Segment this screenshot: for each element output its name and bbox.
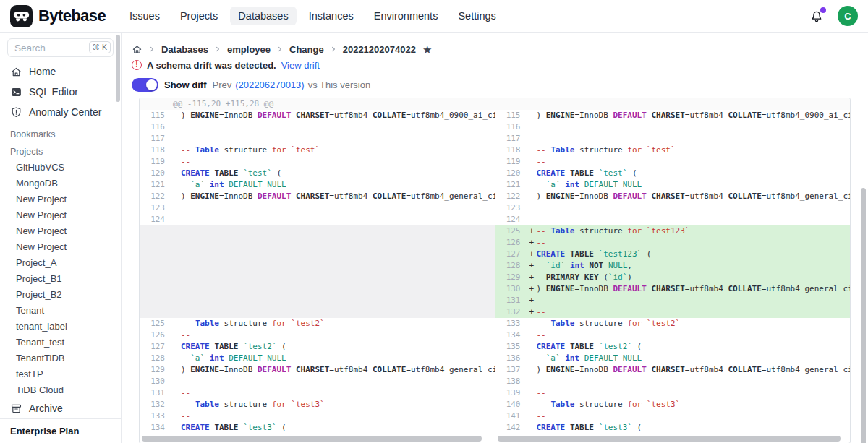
diff-marker xyxy=(527,318,537,330)
scrollbar-thumb[interactable] xyxy=(142,436,482,442)
project-item[interactable]: testTP xyxy=(0,366,121,382)
diff-row: 120CREATE TABLE `test` ( xyxy=(495,168,851,179)
sidebar-item-label: Anomaly Center xyxy=(29,106,101,118)
breadcrumb-item[interactable]: Databases xyxy=(161,44,208,55)
sidebar-item-home[interactable]: Home xyxy=(0,61,121,82)
project-item[interactable]: Project_B2 xyxy=(0,287,121,303)
notification-bell[interactable] xyxy=(809,8,825,24)
terminal-icon xyxy=(10,86,22,98)
project-item[interactable]: GitHubVCS xyxy=(0,160,121,176)
view-drift-link[interactable]: View drift xyxy=(281,60,320,71)
line-number: 132 xyxy=(140,399,171,410)
diff-row: 115) ENGINE=InnoDB DEFAULT CHARSET=utf8m… xyxy=(140,110,495,121)
bookmarks-section-label: Bookmarks xyxy=(0,122,121,142)
code-line: -- xyxy=(537,214,851,225)
line-number xyxy=(140,249,171,260)
user-avatar[interactable]: C xyxy=(838,6,858,26)
code-line xyxy=(181,225,495,237)
diff-marker xyxy=(171,283,181,295)
diff-panel: @@ -115,20 +115,28 @@ 115) ENGINE=InnoDB… xyxy=(139,98,851,443)
diff-marker xyxy=(171,110,181,121)
nav-item-environments[interactable]: Environments xyxy=(366,7,446,25)
breadcrumb-item[interactable]: Change xyxy=(289,44,324,55)
line-number: 134 xyxy=(140,422,171,434)
diff-marker xyxy=(171,225,181,237)
line-number: 124 xyxy=(140,214,171,225)
sidebar-item-anomaly-center[interactable]: Anomaly Center xyxy=(0,102,121,122)
project-item[interactable]: tenant_label xyxy=(0,319,121,335)
nav-item-projects[interactable]: Projects xyxy=(172,7,226,25)
sidebar-item-label: Archive xyxy=(29,403,63,414)
line-number: 122 xyxy=(140,191,171,202)
line-number: 116 xyxy=(495,121,527,133)
alert-icon: ! xyxy=(132,60,142,70)
diff-marker xyxy=(171,422,181,434)
code-line: -- xyxy=(181,330,495,341)
diff-row: 142CREATE TABLE `test3` ( xyxy=(495,422,851,434)
diff-marker xyxy=(527,110,537,121)
diff-marker xyxy=(527,214,537,225)
code-line: CREATE TABLE `test` ( xyxy=(537,168,851,179)
nav-item-databases[interactable]: Databases xyxy=(230,7,296,25)
diff-row: 128 `a` int DEFAULT NULL xyxy=(140,353,495,364)
prev-label: Prev xyxy=(213,79,232,90)
line-number: 119 xyxy=(140,156,171,168)
project-item[interactable]: MongoDB xyxy=(0,176,121,192)
line-number: 117 xyxy=(140,133,171,145)
project-item[interactable]: Tenant xyxy=(0,303,121,319)
project-item[interactable]: Project_B1 xyxy=(0,271,121,287)
sidebar-item-sql-editor[interactable]: SQL Editor xyxy=(0,82,121,102)
bytebase-logo[interactable]: Bytebase xyxy=(10,5,106,27)
breadcrumb-home-icon[interactable] xyxy=(132,44,142,55)
project-item[interactable]: New Project xyxy=(0,207,121,223)
diff-row: 137) ENGINE=InnoDB DEFAULT CHARSET=utf8m… xyxy=(495,364,851,376)
nav-item-issues[interactable]: Issues xyxy=(122,7,168,25)
project-item[interactable]: New Project xyxy=(0,239,121,255)
nav-item-settings[interactable]: Settings xyxy=(450,7,503,25)
line-number xyxy=(140,225,171,237)
diff-marker: + xyxy=(527,249,537,260)
show-diff-toggle[interactable] xyxy=(132,78,158,92)
diff-marker xyxy=(527,156,537,168)
code-line: ) ENGINE=InnoDB DEFAULT CHARSET=utf8mb4 … xyxy=(537,110,851,121)
line-number: 124 xyxy=(495,214,527,225)
diff-hunk-header-right xyxy=(495,98,851,110)
project-item[interactable]: New Project xyxy=(0,223,121,239)
code-line xyxy=(181,295,495,306)
sidebar-item-label: Home xyxy=(29,66,56,77)
line-number: 141 xyxy=(495,410,527,422)
bookmark-star-icon[interactable]: ★ xyxy=(422,44,432,55)
diff-marker xyxy=(171,330,181,341)
page-scrollbar[interactable] xyxy=(861,188,866,443)
project-item[interactable]: New Project xyxy=(0,192,121,207)
diff-row: 126+-- xyxy=(495,237,851,249)
breadcrumb-item[interactable]: 20221202074022 xyxy=(343,44,416,55)
line-number: 134 xyxy=(495,330,527,341)
scrollbar-thumb[interactable] xyxy=(498,436,841,442)
sidebar-scrollbar[interactable] xyxy=(116,35,120,102)
code-line xyxy=(537,295,851,306)
diff-gap-row xyxy=(140,283,495,295)
breadcrumb-item[interactable]: employee xyxy=(227,44,271,55)
diff-row: 117-- xyxy=(140,133,495,145)
diff-row: 125+-- Table structure for `test123` xyxy=(495,225,851,237)
project-item[interactable]: Tenant_test xyxy=(0,335,121,350)
sidebar-item-label: SQL Editor xyxy=(29,86,78,98)
diff-row: 130 xyxy=(140,376,495,387)
diff-gap-row xyxy=(140,225,495,237)
prev-version-link[interactable]: (202206270013) xyxy=(235,79,304,90)
diff-marker: + xyxy=(527,283,537,295)
nav-item-instances[interactable]: Instances xyxy=(301,7,362,25)
project-item[interactable]: TenantTiDB xyxy=(0,350,121,366)
code-line: ) ENGINE=InnoDB DEFAULT CHARSET=utf8mb4 … xyxy=(181,364,495,376)
project-item[interactable]: TiDB Cloud xyxy=(0,382,121,398)
diff-row: 124-- xyxy=(495,214,851,225)
project-item[interactable]: Project_A xyxy=(0,255,121,271)
projects-section-label: Projects xyxy=(0,142,121,160)
code-line: -- Table structure for `test2` xyxy=(537,318,851,330)
diff-row: 122) ENGINE=InnoDB DEFAULT CHARSET=utf8m… xyxy=(495,191,851,202)
sidebar-item-archive[interactable]: Archive xyxy=(0,398,121,418)
code-line: CREATE TABLE `test2` ( xyxy=(537,341,851,353)
code-line: -- xyxy=(181,133,495,145)
diff-gap-row xyxy=(140,306,495,318)
